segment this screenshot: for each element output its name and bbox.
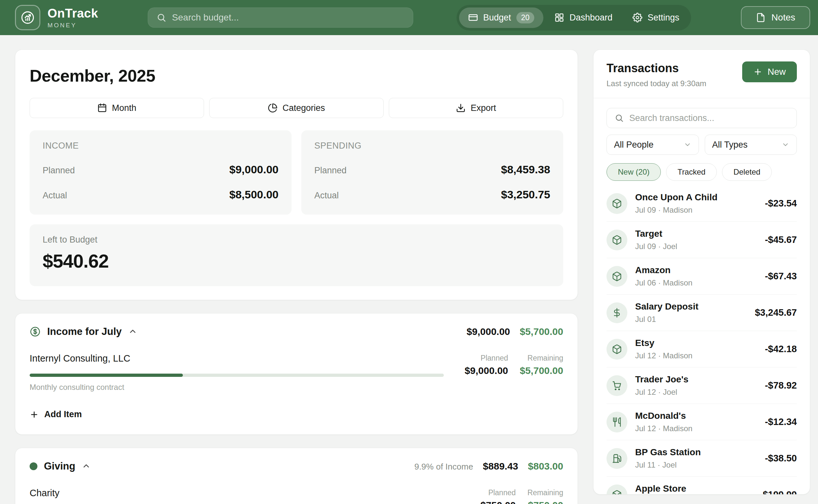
nav-tab-settings-label: Settings	[648, 13, 679, 23]
plus-icon	[30, 410, 39, 419]
transaction-amount: -$12.34	[765, 417, 797, 427]
notes-button[interactable]: Notes	[741, 6, 810, 29]
new-transaction-button[interactable]: New	[742, 61, 797, 82]
transactions-title: Transactions	[607, 61, 706, 75]
income-actual-value: $8,500.00	[229, 188, 278, 201]
transaction-meta: Jul 12 · Madison	[635, 424, 692, 433]
dashboard-grid-icon	[555, 13, 564, 22]
package-icon	[607, 230, 627, 250]
transaction-row[interactable]: Once Upon A ChildJul 09 · Madison -$23.5…	[607, 185, 797, 221]
export-button-label: Export	[471, 103, 496, 113]
giving-pct-of-income: 9.9% of Income	[414, 462, 473, 472]
income-summary-panel: INCOME Planned $9,000.00 Actual $8,500.0…	[30, 130, 291, 215]
search-icon	[615, 113, 624, 123]
nav-tab-settings[interactable]: Settings	[624, 8, 689, 27]
remaining-value: $750.00	[528, 500, 563, 504]
transaction-row[interactable]: EtsyJul 12 · Madison -$42.18	[607, 331, 797, 367]
transaction-meta: Jul 06 · Madison	[635, 278, 692, 287]
transaction-amount: -$38.50	[765, 453, 797, 464]
budget-search-input[interactable]	[172, 12, 404, 23]
categories-button-label: Categories	[282, 103, 325, 113]
transaction-meta: Jul 09 · Madison	[635, 206, 717, 215]
remaining-label: Remaining	[520, 354, 563, 363]
transactions-panel: Transactions Last synced today at 9:30am…	[593, 49, 810, 495]
notes-button-label: Notes	[771, 12, 795, 23]
spending-actual-label: Actual	[314, 191, 339, 201]
transaction-meta: Jul 12 · Madison	[635, 351, 692, 360]
transaction-row[interactable]: Salary DepositJul 01 $3,245.67	[607, 294, 797, 331]
tab-tracked[interactable]: Tracked	[666, 163, 717, 181]
remaining-label: Remaining	[528, 488, 563, 497]
month-button-label: Month	[112, 103, 136, 113]
transaction-row[interactable]: McDonald'sJul 12 · Madison -$12.34	[607, 404, 797, 440]
credit-card-icon	[468, 13, 478, 22]
categories-button[interactable]: Categories	[209, 98, 383, 118]
progress-bar-fill	[30, 374, 183, 377]
planned-value: $9,000.00	[465, 365, 508, 376]
transactions-search[interactable]	[607, 108, 797, 128]
transaction-name: Amazon	[635, 265, 692, 275]
planned-label: Planned	[465, 354, 508, 363]
app-name: OnTrack	[47, 7, 98, 20]
line-item-name: Charity	[30, 488, 460, 498]
budget-line-item[interactable]: Charity Church tithe commitment Planned …	[30, 488, 563, 504]
transaction-amount: -$23.54	[765, 198, 797, 209]
income-section-planned-total: $9,000.00	[467, 326, 510, 337]
package-icon	[607, 484, 627, 495]
planned-label: Planned	[481, 488, 516, 497]
transaction-name: Apple Store	[635, 484, 686, 494]
pie-chart-icon	[268, 103, 277, 113]
left-to-budget-label: Left to Budget	[43, 235, 550, 245]
giving-section-card: Giving 9.9% of Income $889.43 $803.00 Ch…	[15, 448, 578, 504]
search-icon	[156, 13, 166, 22]
budget-line-item[interactable]: Internyl Consulting, LLC Monthly consult…	[30, 353, 563, 392]
transaction-row[interactable]: TargetJul 09 · Joel -$45.67	[607, 221, 797, 258]
transaction-row[interactable]: BP Gas StationJul 11 · Joel -$38.50	[607, 440, 797, 476]
nav-tab-budget[interactable]: Budget 20	[459, 7, 543, 28]
income-section-remaining-total: $5,700.00	[520, 326, 563, 337]
app-logo	[15, 5, 40, 30]
transaction-row[interactable]: Trader Joe'sJul 12 · Joel -$78.92	[607, 367, 797, 404]
package-icon	[607, 266, 627, 287]
spending-actual-value: $3,250.75	[501, 188, 550, 201]
spending-planned-value: $8,459.38	[501, 163, 550, 176]
category-dot-icon	[30, 462, 37, 470]
type-filter-select[interactable]: All Types	[705, 135, 797, 155]
spending-planned-label: Planned	[314, 166, 346, 176]
transaction-amount: -$78.92	[765, 380, 797, 391]
people-filter-select[interactable]: All People	[607, 135, 699, 155]
transaction-meta: Jul 11 · Joel	[635, 460, 701, 470]
chevron-up-icon[interactable]	[82, 462, 91, 471]
chevron-up-icon[interactable]	[128, 327, 137, 336]
month-button[interactable]: Month	[30, 98, 204, 118]
add-item-button[interactable]: Add Item	[30, 409, 563, 419]
gear-icon	[633, 13, 642, 22]
income-section-card: Income for July $9,000.00 $5,700.00 Inte…	[15, 313, 578, 435]
transaction-amount: $3,245.67	[755, 307, 797, 318]
month-overview-card: December, 2025 Month Categories	[15, 49, 578, 300]
transaction-meta: Jul 12 · Joel	[635, 388, 689, 397]
transaction-amount: -$42.18	[765, 344, 797, 354]
budget-count-badge: 20	[516, 12, 535, 23]
transaction-row[interactable]: Apple StoreJul 11 · Joel -$199.99	[607, 476, 797, 495]
tab-new[interactable]: New (20)	[607, 163, 661, 181]
dollar-icon	[607, 302, 627, 323]
income-planned-label: Planned	[43, 166, 75, 176]
export-button[interactable]: Export	[389, 98, 563, 118]
remaining-value: $5,700.00	[520, 365, 563, 376]
left-to-budget-panel: Left to Budget $540.62	[30, 224, 563, 286]
tab-deleted[interactable]: Deleted	[722, 163, 772, 181]
line-item-name: Internyl Consulting, LLC	[30, 353, 444, 364]
nav-tab-dashboard[interactable]: Dashboard	[545, 8, 622, 27]
income-actual-label: Actual	[43, 191, 67, 201]
transaction-amount: -$45.67	[765, 234, 797, 245]
transaction-amount: -$199.99	[760, 489, 797, 495]
budget-search[interactable]	[148, 7, 413, 28]
spending-panel-title: SPENDING	[314, 141, 550, 151]
transaction-row[interactable]: AmazonJul 06 · Madison -$67.43	[607, 258, 797, 294]
income-panel-title: INCOME	[43, 141, 278, 151]
giving-remaining-total: $803.00	[528, 461, 563, 472]
transactions-search-input[interactable]	[629, 113, 789, 123]
add-item-label: Add Item	[44, 409, 82, 419]
chevron-down-icon	[684, 141, 691, 149]
